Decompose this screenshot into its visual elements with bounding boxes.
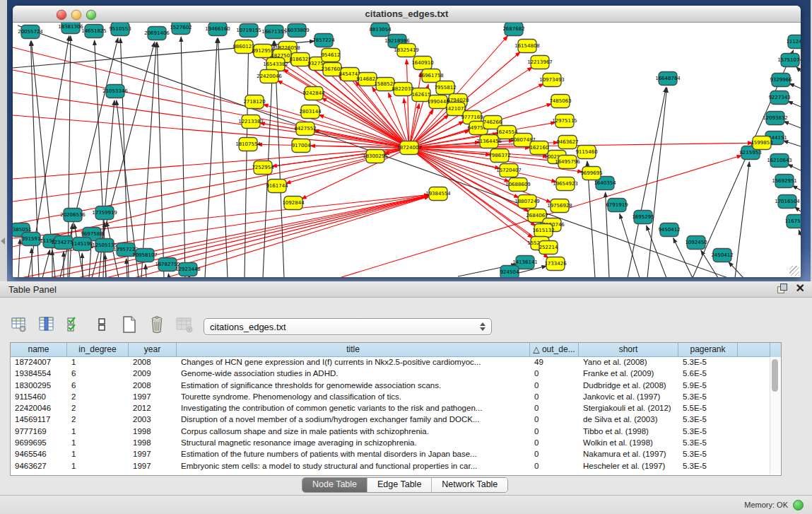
close-panel-icon[interactable]: ✕	[796, 284, 805, 293]
cell-out_de...[interactable]: 0	[530, 426, 579, 438]
cell-title[interactable]: Changes of HCN gene expression and I(f) …	[177, 357, 530, 368]
graph-node[interactable]: 2718120	[243, 95, 265, 109]
cell-pagerank[interactable]: 5.3E-5	[678, 461, 738, 472]
graph-edge[interactable]	[789, 83, 801, 88]
cell-out_de...[interactable]: 0	[530, 403, 579, 414]
table-vertical-scrollbar[interactable]	[770, 358, 780, 474]
cell-year[interactable]: 2012	[129, 403, 177, 414]
cell-title[interactable]: Structural magnetic resonance image aver…	[177, 438, 530, 449]
table-row[interactable]: 969969511998Structural magnetic resonanc…	[11, 438, 781, 449]
table-row[interactable]: 1456911722003Disruption of a novel membe…	[11, 414, 781, 426]
graph-node[interactable]: 1145190	[71, 238, 93, 251]
graph-node[interactable]: 16495796	[555, 156, 580, 169]
cell-pagerank[interactable]: 5.5E-5	[678, 403, 738, 414]
cell-title[interactable]: Tourette syndrome. Phenomenology and cla…	[177, 392, 530, 403]
cell-in_degree[interactable]: 1	[67, 438, 129, 449]
select-columns-button[interactable]	[37, 315, 56, 334]
graph-node[interactable]: 9463627	[556, 136, 578, 149]
cell-short[interactable]: Stergiakouli et al. (2012)	[579, 403, 678, 414]
cell-pagerank[interactable]: 5.3E-5	[678, 392, 738, 403]
graph-node[interactable]: 1640910	[411, 57, 433, 70]
cell-name[interactable]: 9463627	[11, 461, 67, 472]
memory-status-indicator[interactable]	[793, 500, 804, 510]
cell-in_degree[interactable]: 1	[67, 449, 129, 460]
graph-node[interactable]: 7485063	[549, 95, 571, 108]
graph-node[interactable]: 1112484	[786, 35, 801, 49]
float-panel-icon[interactable]	[777, 284, 787, 293]
graph-node[interactable]: 9161744	[266, 180, 288, 193]
graph-node[interactable]: 20691406	[144, 27, 170, 40]
cell-short[interactable]: de Silva et al. (2003)	[579, 414, 678, 426]
create-column-button[interactable]	[120, 315, 139, 334]
graph-node[interactable]: 17359919	[92, 206, 117, 220]
graph-node[interactable]: 10719155	[236, 24, 261, 37]
cell-pagerank[interactable]: 5.3E-5	[678, 414, 738, 426]
cell-in_degree[interactable]: 2	[67, 403, 129, 414]
graph-node[interactable]: 9510553	[109, 23, 131, 36]
graph-node[interactable]: 15720407	[496, 164, 522, 177]
column-header-year[interactable]: year	[129, 343, 177, 357]
column-header-filler[interactable]	[738, 343, 770, 357]
column-header-title[interactable]: title	[177, 343, 530, 357]
graph-edge[interactable]	[157, 42, 164, 277]
table-row[interactable]: 911546021997Tourette syndrome. Phenomeno…	[11, 392, 781, 403]
graph-node[interactable]: 7986372	[488, 149, 510, 163]
network-window-titlebar[interactable]: citations_edges.txt	[13, 6, 801, 23]
cell-in_degree[interactable]: 1	[67, 461, 129, 472]
cell-year[interactable]: 1997	[129, 392, 177, 403]
cell-pagerank[interactable]: 5.3E-5	[678, 449, 738, 460]
graph-node[interactable]: 19756928	[547, 199, 572, 213]
network-graph[interactable]: 2005572418381306146518259510553206914061…	[13, 23, 801, 277]
graph-node[interactable]: 19654923	[553, 177, 578, 191]
tab-node-table[interactable]: Node Table	[302, 478, 367, 492]
cell-year[interactable]: 2009	[129, 368, 177, 380]
graph-node[interactable]: 14651825	[81, 25, 107, 38]
graph-node[interactable]: 18807249	[514, 195, 540, 209]
graph-node[interactable]: 9329966	[770, 74, 792, 87]
cell-in_degree[interactable]: 6	[67, 368, 129, 380]
graph-node[interactable]: 15692951	[772, 175, 797, 188]
cell-title[interactable]: Estimation of the future numbers of pati…	[177, 449, 530, 460]
graph-edge[interactable]	[788, 164, 801, 170]
scrollbar-thumb[interactable]	[772, 359, 778, 392]
graph-node[interactable]: 1695295	[632, 211, 654, 224]
cell-name[interactable]: 18300295	[11, 380, 67, 392]
cell-name[interactable]: 9699695	[11, 438, 67, 449]
graph-node[interactable]: 1167534	[784, 215, 801, 228]
cell-title[interactable]: Disruption of a novel member of a sodium…	[177, 414, 530, 426]
row-height-button[interactable]	[93, 315, 111, 334]
cell-name[interactable]: 9465546	[11, 449, 67, 460]
cell-in_degree[interactable]: 6	[67, 380, 129, 392]
graph-node[interactable]: 18381306	[58, 23, 83, 34]
cell-name[interactable]: 14569117	[11, 414, 67, 426]
cell-short[interactable]: Tibbo et al. (1998)	[579, 426, 678, 438]
graph-node[interactable]: 917004	[292, 139, 311, 153]
graph-edge[interactable]	[126, 259, 127, 277]
graph-edge[interactable]	[205, 38, 217, 277]
graph-node[interactable]: 162160	[530, 141, 549, 155]
column-header-short[interactable]: short	[579, 343, 678, 357]
graph-node[interactable]: 18724007	[396, 141, 422, 155]
cell-year[interactable]: 1998	[129, 426, 177, 438]
graph-node[interactable]: 18300295	[363, 150, 388, 163]
cell-short[interactable]: Jankovic et al. (1997)	[579, 392, 678, 403]
table-settings-button[interactable]	[10, 315, 28, 334]
graph-node[interactable]: 2450412	[711, 249, 733, 262]
graph-node[interactable]: 8813054	[369, 23, 392, 37]
cell-pagerank[interactable]: 5.3E-5	[678, 438, 738, 449]
graph-node[interactable]: 8427552	[294, 122, 316, 136]
table-row[interactable]: 977716911998Corpus callosum shape and si…	[11, 426, 781, 438]
cell-title[interactable]: Genome-wide association studies in ADHD.	[177, 368, 530, 380]
graph-node[interactable]: 16210643	[767, 154, 792, 168]
cell-out_de...[interactable]: 49	[530, 357, 579, 368]
graph-node[interactable]: 9227343	[768, 91, 790, 105]
network-canvas[interactable]: 2005572418381306146518259510553206914061…	[13, 23, 801, 277]
graph-node[interactable]: 6791919	[606, 199, 628, 212]
graph-node[interactable]: 924504	[500, 266, 519, 278]
graph-node[interactable]: 16671355	[261, 25, 287, 39]
cell-pagerank[interactable]: 5.3E-5	[678, 357, 738, 368]
graph-node[interactable]: 1733426	[544, 257, 567, 271]
graph-edge[interactable]	[792, 185, 801, 190]
graph-node[interactable]: 7252954	[252, 161, 274, 175]
graph-node[interactable]: 21364456	[476, 135, 502, 148]
